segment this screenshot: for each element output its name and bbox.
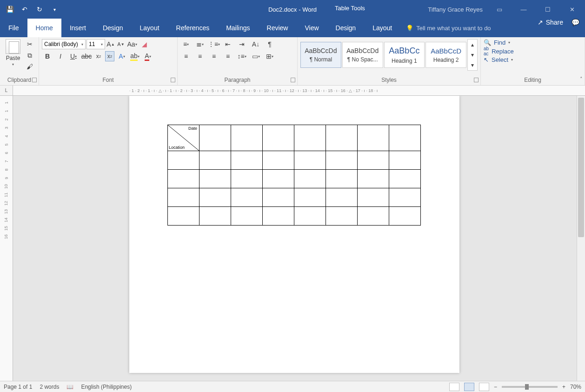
table-cell[interactable]: [294, 170, 326, 188]
tab-layout[interactable]: Layout: [132, 19, 168, 37]
style-heading-1[interactable]: AaBbCc Heading 1: [384, 42, 425, 68]
table-cell[interactable]: [168, 170, 199, 188]
table-cell[interactable]: [263, 188, 294, 207]
underline-button[interactable]: U▾: [68, 51, 79, 61]
align-right-button[interactable]: ≡: [208, 51, 219, 61]
minimize-button[interactable]: —: [516, 3, 531, 15]
table-cell[interactable]: [199, 207, 231, 226]
web-layout-button[interactable]: [479, 383, 489, 391]
style-heading-2[interactable]: AaBbCcD Heading 2: [425, 42, 466, 68]
increase-indent-button[interactable]: ⇥: [236, 39, 247, 49]
save-button[interactable]: 💾: [4, 3, 16, 15]
table-row[interactable]: [168, 207, 421, 226]
table-cell[interactable]: [231, 188, 263, 207]
table-row[interactable]: [168, 170, 421, 188]
qat-customize[interactable]: ▾: [48, 3, 60, 15]
select-button[interactable]: ↖Select ▾: [484, 56, 582, 63]
tab-view[interactable]: View: [296, 19, 327, 37]
table-cell[interactable]: DateLocation: [168, 125, 199, 151]
tab-table-design[interactable]: Design: [327, 19, 365, 37]
table-cell[interactable]: [389, 170, 421, 188]
print-layout-button[interactable]: [464, 383, 474, 391]
table-cell[interactable]: [389, 151, 421, 170]
styles-scroll-up[interactable]: ▴: [468, 40, 477, 50]
styles-more[interactable]: ▾: [468, 60, 477, 70]
align-center-button[interactable]: ≡: [194, 51, 206, 61]
table-cell[interactable]: [199, 188, 231, 207]
tab-design[interactable]: Design: [94, 19, 132, 37]
page[interactable]: DateLocation: [129, 96, 459, 373]
change-case-button[interactable]: Aa▾: [126, 39, 138, 49]
vertical-scrollbar[interactable]: [577, 96, 585, 381]
horizontal-ruler[interactable]: · 1 · 2 · ı · 1 · ı · △ · ı · 1 · ı · 2 …: [13, 86, 585, 96]
table-cell[interactable]: [389, 207, 421, 226]
table-cell[interactable]: [199, 151, 231, 170]
table-cell[interactable]: [168, 151, 199, 170]
table-cell[interactable]: [263, 170, 294, 188]
tab-table-layout[interactable]: Layout: [364, 19, 400, 37]
table-cell[interactable]: [231, 125, 263, 151]
styles-scroll-down[interactable]: ▾: [468, 50, 477, 60]
tab-insert[interactable]: Insert: [61, 19, 94, 37]
table-cell[interactable]: [231, 151, 263, 170]
zoom-slider-thumb[interactable]: [525, 384, 529, 390]
numbering-button[interactable]: ≣▾: [194, 39, 206, 49]
collapse-ribbon-button[interactable]: ˄: [580, 76, 583, 82]
line-spacing-button[interactable]: ↕≡▾: [236, 51, 247, 61]
table-cell[interactable]: [199, 170, 231, 188]
justify-button[interactable]: ≡: [222, 51, 233, 61]
paragraph-dialog-launcher[interactable]: [291, 78, 295, 82]
table-cell[interactable]: [358, 170, 389, 188]
table-cell[interactable]: [326, 151, 358, 170]
clipboard-dialog-launcher[interactable]: [32, 78, 37, 82]
multilevel-list-button[interactable]: ⋮≡▾: [208, 39, 219, 49]
copy-button[interactable]: ⧉: [24, 50, 35, 60]
document-viewport[interactable]: DateLocation: [13, 96, 585, 381]
shading-button[interactable]: ▭▾: [250, 51, 261, 61]
spell-check-icon[interactable]: 📖: [66, 384, 73, 390]
table-cell[interactable]: [294, 151, 326, 170]
zoom-in-button[interactable]: +: [562, 384, 565, 390]
table-cell[interactable]: [168, 188, 199, 207]
ruler-corner[interactable]: L: [0, 86, 13, 96]
replace-button[interactable]: abacReplace: [484, 46, 582, 56]
zoom-level[interactable]: 70%: [570, 384, 581, 390]
document-table[interactable]: DateLocation: [167, 125, 421, 226]
table-cell[interactable]: [389, 188, 421, 207]
borders-button[interactable]: ⊞▾: [264, 51, 275, 61]
table-cell[interactable]: [263, 125, 294, 151]
align-left-button[interactable]: ≡: [180, 51, 192, 61]
table-cell[interactable]: [326, 170, 358, 188]
font-size-combo[interactable]: 11▾: [86, 39, 105, 49]
font-name-combo[interactable]: Calibri (Body)▾: [42, 39, 86, 49]
table-cell[interactable]: [263, 151, 294, 170]
show-marks-button[interactable]: ¶: [264, 39, 275, 49]
table-cell[interactable]: [294, 125, 326, 151]
table-cell[interactable]: [168, 207, 199, 226]
cut-button[interactable]: ✂: [24, 39, 35, 49]
table-cell[interactable]: [294, 188, 326, 207]
tab-mailings[interactable]: Mailings: [218, 19, 258, 37]
undo-button[interactable]: ↶: [19, 3, 31, 15]
tab-review[interactable]: Review: [259, 19, 297, 37]
paste-button[interactable]: Paste ▾: [3, 39, 23, 66]
table-row[interactable]: [168, 188, 421, 207]
table-row[interactable]: DateLocation: [168, 125, 421, 151]
font-dialog-launcher[interactable]: [171, 78, 175, 82]
table-cell[interactable]: [231, 170, 263, 188]
sort-button[interactable]: A↓: [250, 39, 261, 49]
maximize-button[interactable]: ☐: [540, 3, 555, 15]
decrease-indent-button[interactable]: ⇤: [222, 39, 233, 49]
table-cell[interactable]: [358, 151, 389, 170]
page-count[interactable]: Page 1 of 1: [4, 384, 32, 390]
language[interactable]: English (Philippines): [81, 384, 132, 390]
clear-formatting-button[interactable]: ◢: [139, 39, 150, 49]
italic-button[interactable]: I: [55, 51, 66, 61]
tab-file[interactable]: File: [0, 19, 27, 37]
table-cell[interactable]: [326, 207, 358, 226]
comments-button[interactable]: 💬: [572, 19, 579, 26]
zoom-out-button[interactable]: −: [494, 384, 497, 390]
vertical-ruler[interactable]: 112345678910111213141516: [0, 96, 13, 381]
style-no-spacing[interactable]: AaBbCcDd ¶ No Spac...: [342, 42, 383, 68]
table-cell[interactable]: [326, 125, 358, 151]
